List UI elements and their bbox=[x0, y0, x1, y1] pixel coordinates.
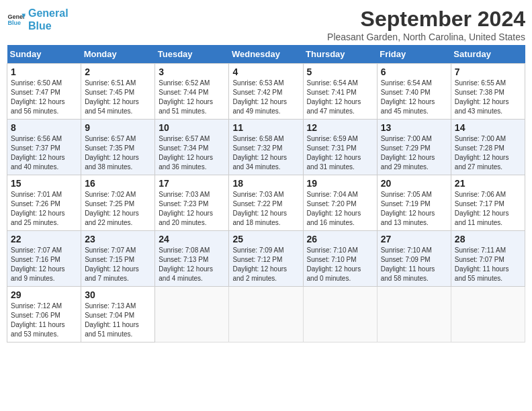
day-info: Sunrise: 7:10 AMSunset: 7:09 PMDaylight:… bbox=[381, 246, 447, 283]
calendar-cell: 30 Sunrise: 7:13 AMSunset: 7:04 PMDaylig… bbox=[81, 287, 155, 342]
calendar-cell: 6 Sunrise: 6:54 AMSunset: 7:40 PMDayligh… bbox=[377, 64, 451, 120]
calendar-cell: 29 Sunrise: 7:12 AMSunset: 7:06 PMDaylig… bbox=[7, 287, 81, 342]
calendar-cell: 20 Sunrise: 7:05 AMSunset: 7:19 PMDaylig… bbox=[377, 175, 451, 231]
calendar-cell: 16 Sunrise: 7:02 AMSunset: 7:25 PMDaylig… bbox=[81, 175, 155, 231]
calendar-week-5: 29 Sunrise: 7:12 AMSunset: 7:06 PMDaylig… bbox=[7, 287, 525, 342]
day-number: 10 bbox=[159, 122, 225, 133]
header-sunday: Sunday bbox=[7, 45, 81, 64]
day-info: Sunrise: 7:13 AMSunset: 7:04 PMDaylight:… bbox=[85, 302, 151, 339]
calendar-cell: 24 Sunrise: 7:08 AMSunset: 7:13 PMDaylig… bbox=[155, 231, 229, 287]
location: Pleasant Garden, North Carolina, United … bbox=[327, 32, 525, 42]
day-number: 11 bbox=[232, 122, 299, 133]
day-info: Sunrise: 6:57 AMSunset: 7:34 PMDaylight:… bbox=[159, 134, 225, 172]
day-info: Sunrise: 6:51 AMSunset: 7:45 PMDaylight:… bbox=[85, 79, 151, 116]
calendar-cell: 27 Sunrise: 7:10 AMSunset: 7:09 PMDaylig… bbox=[377, 231, 451, 287]
day-info: Sunrise: 7:10 AMSunset: 7:10 PMDaylight:… bbox=[307, 246, 373, 283]
day-info: Sunrise: 7:06 AMSunset: 7:17 PMDaylight:… bbox=[455, 190, 521, 228]
day-info: Sunrise: 6:55 AMSunset: 7:38 PMDaylight:… bbox=[455, 79, 521, 116]
month-title: September 2024 bbox=[327, 7, 525, 32]
day-info: Sunrise: 7:02 AMSunset: 7:25 PMDaylight:… bbox=[85, 190, 151, 228]
day-number: 4 bbox=[232, 66, 299, 77]
header-monday: Monday bbox=[81, 45, 155, 64]
page-header: General Blue General Blue September 2024… bbox=[7, 7, 525, 42]
calendar-cell: 8 Sunrise: 6:56 AMSunset: 7:37 PMDayligh… bbox=[7, 120, 81, 175]
logo: General Blue General Blue bbox=[7, 7, 69, 32]
header-tuesday: Tuesday bbox=[155, 45, 229, 64]
day-info: Sunrise: 6:54 AMSunset: 7:41 PMDaylight:… bbox=[307, 79, 373, 116]
calendar-cell: 5 Sunrise: 6:54 AMSunset: 7:41 PMDayligh… bbox=[303, 64, 377, 120]
calendar-cell bbox=[303, 287, 377, 342]
day-number: 9 bbox=[85, 122, 151, 133]
day-number: 30 bbox=[85, 289, 151, 300]
day-number: 19 bbox=[307, 178, 373, 189]
header-row: SundayMondayTuesdayWednesdayThursdayFrid… bbox=[7, 45, 525, 64]
svg-text:Blue: Blue bbox=[7, 20, 21, 27]
logo-text: General Blue bbox=[28, 7, 69, 32]
calendar-week-1: 1 Sunrise: 6:50 AMSunset: 7:47 PMDayligh… bbox=[7, 64, 525, 120]
day-info: Sunrise: 6:52 AMSunset: 7:44 PMDaylight:… bbox=[159, 79, 225, 116]
calendar-cell: 1 Sunrise: 6:50 AMSunset: 7:47 PMDayligh… bbox=[7, 64, 81, 120]
day-number: 18 bbox=[232, 178, 299, 189]
day-info: Sunrise: 6:57 AMSunset: 7:35 PMDaylight:… bbox=[85, 134, 151, 172]
day-info: Sunrise: 7:01 AMSunset: 7:26 PMDaylight:… bbox=[11, 190, 77, 228]
day-number: 25 bbox=[232, 234, 299, 244]
day-info: Sunrise: 6:50 AMSunset: 7:47 PMDaylight:… bbox=[11, 79, 77, 116]
calendar-cell: 9 Sunrise: 6:57 AMSunset: 7:35 PMDayligh… bbox=[81, 120, 155, 175]
day-number: 17 bbox=[159, 178, 225, 189]
day-number: 5 bbox=[307, 66, 373, 77]
title-section: September 2024 Pleasant Garden, North Ca… bbox=[327, 7, 525, 42]
day-number: 26 bbox=[307, 234, 373, 244]
calendar-week-2: 8 Sunrise: 6:56 AMSunset: 7:37 PMDayligh… bbox=[7, 120, 525, 175]
day-number: 8 bbox=[11, 122, 77, 133]
day-number: 2 bbox=[85, 66, 151, 77]
calendar-week-3: 15 Sunrise: 7:01 AMSunset: 7:26 PMDaylig… bbox=[7, 175, 525, 231]
calendar-cell: 7 Sunrise: 6:55 AMSunset: 7:38 PMDayligh… bbox=[451, 64, 525, 120]
day-info: Sunrise: 7:11 AMSunset: 7:07 PMDaylight:… bbox=[455, 246, 521, 283]
day-number: 14 bbox=[455, 122, 521, 133]
day-info: Sunrise: 7:03 AMSunset: 7:22 PMDaylight:… bbox=[232, 190, 299, 228]
day-info: Sunrise: 7:00 AMSunset: 7:28 PMDaylight:… bbox=[455, 134, 521, 172]
day-info: Sunrise: 7:04 AMSunset: 7:20 PMDaylight:… bbox=[307, 190, 373, 228]
calendar-week-4: 22 Sunrise: 7:07 AMSunset: 7:16 PMDaylig… bbox=[7, 231, 525, 287]
calendar-cell: 13 Sunrise: 7:00 AMSunset: 7:29 PMDaylig… bbox=[377, 120, 451, 175]
calendar-cell: 17 Sunrise: 7:03 AMSunset: 7:23 PMDaylig… bbox=[155, 175, 229, 231]
day-info: Sunrise: 7:07 AMSunset: 7:15 PMDaylight:… bbox=[85, 246, 151, 283]
calendar-cell bbox=[451, 287, 525, 342]
calendar-cell: 21 Sunrise: 7:06 AMSunset: 7:17 PMDaylig… bbox=[451, 175, 525, 231]
calendar-cell: 15 Sunrise: 7:01 AMSunset: 7:26 PMDaylig… bbox=[7, 175, 81, 231]
calendar-cell: 12 Sunrise: 6:59 AMSunset: 7:31 PMDaylig… bbox=[303, 120, 377, 175]
day-number: 7 bbox=[455, 66, 521, 77]
day-number: 20 bbox=[381, 178, 447, 189]
header-thursday: Thursday bbox=[303, 45, 377, 64]
calendar-cell: 28 Sunrise: 7:11 AMSunset: 7:07 PMDaylig… bbox=[451, 231, 525, 287]
day-number: 15 bbox=[11, 178, 77, 189]
day-number: 23 bbox=[85, 234, 151, 244]
calendar-table: SundayMondayTuesdayWednesdayThursdayFrid… bbox=[7, 45, 525, 342]
day-number: 16 bbox=[85, 178, 151, 189]
calendar-cell: 19 Sunrise: 7:04 AMSunset: 7:20 PMDaylig… bbox=[303, 175, 377, 231]
day-info: Sunrise: 6:54 AMSunset: 7:40 PMDaylight:… bbox=[381, 79, 447, 116]
calendar-cell: 14 Sunrise: 7:00 AMSunset: 7:28 PMDaylig… bbox=[451, 120, 525, 175]
calendar-cell: 22 Sunrise: 7:07 AMSunset: 7:16 PMDaylig… bbox=[7, 231, 81, 287]
day-info: Sunrise: 7:05 AMSunset: 7:19 PMDaylight:… bbox=[381, 190, 447, 228]
calendar-cell: 25 Sunrise: 7:09 AMSunset: 7:12 PMDaylig… bbox=[229, 231, 303, 287]
calendar-cell: 26 Sunrise: 7:10 AMSunset: 7:10 PMDaylig… bbox=[303, 231, 377, 287]
day-info: Sunrise: 7:08 AMSunset: 7:13 PMDaylight:… bbox=[159, 246, 225, 283]
day-number: 29 bbox=[11, 289, 77, 300]
header-wednesday: Wednesday bbox=[229, 45, 303, 64]
header-friday: Friday bbox=[377, 45, 451, 64]
logo-icon: General Blue bbox=[7, 10, 26, 29]
day-info: Sunrise: 6:59 AMSunset: 7:31 PMDaylight:… bbox=[307, 134, 373, 172]
day-number: 22 bbox=[11, 234, 77, 244]
calendar-cell bbox=[155, 287, 229, 342]
day-number: 28 bbox=[455, 234, 521, 244]
day-number: 24 bbox=[159, 234, 225, 244]
day-number: 6 bbox=[381, 66, 447, 77]
calendar-cell: 18 Sunrise: 7:03 AMSunset: 7:22 PMDaylig… bbox=[229, 175, 303, 231]
calendar-cell: 2 Sunrise: 6:51 AMSunset: 7:45 PMDayligh… bbox=[81, 64, 155, 120]
calendar-cell bbox=[377, 287, 451, 342]
day-info: Sunrise: 7:12 AMSunset: 7:06 PMDaylight:… bbox=[11, 302, 77, 339]
calendar-cell: 10 Sunrise: 6:57 AMSunset: 7:34 PMDaylig… bbox=[155, 120, 229, 175]
day-number: 1 bbox=[11, 66, 77, 77]
header-saturday: Saturday bbox=[451, 45, 525, 64]
